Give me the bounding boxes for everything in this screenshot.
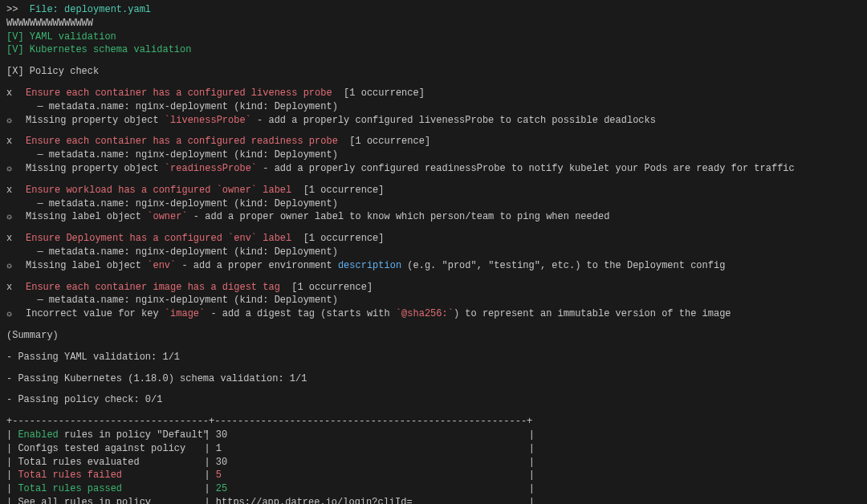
pipe: |: [204, 469, 215, 481]
table-label: See all rules in policy: [18, 496, 204, 504]
wave-underline: WWWWWWWWWWWWWWW: [6, 17, 861, 30]
issue-fix-line: ☼Missing property object `livenessProbe`…: [6, 114, 861, 128]
fix-key: `env`: [147, 260, 176, 271]
pipe: |: [6, 469, 18, 481]
policy-issue: xEnsure each container image has a diges…: [6, 281, 861, 321]
fail-mark-icon: x: [6, 135, 26, 148]
issue-metadata: — metadata.name: nginx-deployment (kind:…: [6, 294, 861, 307]
fix-pre: Missing property object: [26, 115, 165, 126]
fix-key: `image`: [165, 308, 205, 319]
pipe: |: [529, 429, 535, 441]
fix-pre: Missing label object: [26, 260, 147, 271]
policy-issue: xEnsure each container has a configured …: [6, 135, 861, 183]
fix-blue-word: description: [338, 260, 401, 271]
fix-key2: `@sha256:`: [396, 308, 454, 319]
pipe: |: [529, 469, 535, 481]
issue-fix-line: ☼Missing property object `readinessProbe…: [6, 162, 861, 176]
file-label: File:: [30, 4, 64, 15]
bulb-icon: ☼: [6, 210, 26, 224]
table-label: Total rules evaluated: [18, 456, 204, 469]
issue-title: Ensure each container image has a digest…: [26, 282, 280, 293]
issue-fix-line: ☼Incorrect value for key `image` - add a…: [6, 307, 861, 321]
pipe: |: [204, 457, 215, 468]
fail-mark-icon: x: [6, 281, 26, 295]
fix-pre: Missing property object: [26, 163, 165, 174]
issue-title: Ensure workload has a configured `owner`…: [26, 185, 291, 196]
table-label: Enabled rules in policy "Default": [18, 429, 204, 442]
fix-post: - add a properly configured readinessPro…: [257, 163, 795, 174]
table-row: | Total rules passed| 25|: [6, 482, 861, 496]
fail-mark-icon: x: [6, 87, 26, 100]
summary-line: - Passing Kubernetes (1.18.0) schema val…: [6, 372, 861, 386]
fix-post: - add a proper environment: [176, 260, 338, 271]
issue-title-line: xEnsure each container image has a diges…: [6, 281, 861, 295]
table-label: Configs tested against policy: [18, 442, 204, 456]
file-name: deployment.yaml: [64, 4, 151, 15]
issue-title-line: xEnsure each container has a configured …: [6, 87, 861, 100]
issue-title: Ensure each container has a configured l…: [26, 87, 332, 99]
fix-key: `owner`: [147, 211, 187, 222]
label-pre: Total rules passed: [18, 483, 122, 494]
issue-title: Ensure Deployment has a configured `env`…: [26, 233, 291, 244]
schema-validation-pass: [V] Kubernetes schema validation: [6, 43, 861, 57]
policy-issue: xEnsure workload has a configured `owner…: [6, 184, 861, 232]
fail-mark-icon: x: [6, 232, 26, 246]
issue-fix-line: ☼Missing label object `owner` - add a pr…: [6, 210, 861, 224]
issue-occurrence: [1 occurrence]: [303, 233, 385, 244]
label-post: Total rules evaluated: [18, 457, 139, 468]
terminal-output: >> File: deployment.yaml WWWWWWWWWWWWWWW…: [6, 3, 861, 504]
pipe: |: [529, 483, 535, 494]
issue-title-line: xEnsure Deployment has a configured `env…: [6, 232, 861, 246]
table-row: | Enabled rules in policy "Default"| 30|: [6, 429, 861, 442]
issue-occurrence: [1 occurrence]: [349, 136, 430, 147]
pipe: |: [6, 429, 18, 441]
issue-fix-line: ☼Missing label object `env` - add a prop…: [6, 259, 861, 273]
pipe: |: [6, 497, 18, 504]
issue-metadata: — metadata.name: nginx-deployment (kind:…: [6, 148, 861, 162]
issue-occurrence: [1 occurrence]: [344, 87, 425, 99]
bulb-icon: ☼: [6, 114, 26, 128]
label-post: rules in policy "Default": [59, 429, 209, 441]
table-row: | Total rules failed| 5|: [6, 469, 861, 482]
fix-post2: ) to represent an immutable version of t…: [454, 308, 731, 319]
fix-pre: Incorrect value for key: [26, 308, 165, 319]
fix-post: - add a proper owner label to know which…: [188, 211, 610, 222]
fix-key: `livenessProbe`: [165, 115, 251, 126]
summary-line: - Passing YAML validation: 1/1: [6, 351, 861, 364]
bulb-icon: ☼: [6, 307, 26, 321]
table-value: 5: [216, 469, 529, 482]
issue-metadata: — metadata.name: nginx-deployment (kind:…: [6, 197, 861, 211]
policy-check-header: [X] Policy check: [6, 65, 861, 79]
pipe: |: [6, 483, 18, 494]
fix-post2: (e.g. "prod", "testing", etc.) to the De…: [401, 260, 725, 271]
policy-issue: xEnsure each container has a configured …: [6, 87, 861, 135]
issue-metadata: — metadata.name: nginx-deployment (kind:…: [6, 100, 861, 114]
fail-mark-icon: x: [6, 184, 26, 197]
label-pre: Enabled: [18, 429, 58, 441]
table-row: | Total rules evaluated| 30|: [6, 456, 861, 469]
table-value: 25: [216, 482, 529, 496]
pipe: |: [529, 457, 535, 468]
pipe: |: [529, 497, 535, 504]
table-label: Total rules passed: [18, 482, 204, 496]
fix-key: `readinessProbe`: [165, 163, 257, 174]
table-row: | See all rules in policy| https://app.d…: [6, 496, 861, 504]
issue-title: Ensure each container has a configured r…: [26, 136, 338, 147]
fix-post: - add a digest tag (starts with: [205, 308, 396, 319]
table-value-link[interactable]: https://app.datree.io/login?cliId=: [216, 496, 529, 504]
table-value: 30: [216, 456, 529, 469]
table-value: 30: [216, 429, 529, 442]
issue-occurrence: [1 occurrence]: [291, 282, 372, 293]
fix-pre: Missing label object: [26, 211, 147, 222]
pipe: |: [6, 443, 18, 454]
issue-metadata: — metadata.name: nginx-deployment (kind:…: [6, 246, 861, 259]
issue-occurrence: [1 occurrence]: [303, 185, 385, 196]
summary-table: +----------------------------------+----…: [6, 415, 861, 504]
table-value: 1: [216, 442, 529, 456]
pipe: |: [204, 429, 215, 441]
yaml-validation-pass: [V] YAML validation: [6, 30, 861, 44]
bulb-icon: ☼: [6, 259, 26, 273]
label-pre: Total rules failed: [18, 469, 122, 481]
pipe: |: [6, 457, 18, 468]
pipe: |: [204, 483, 215, 494]
